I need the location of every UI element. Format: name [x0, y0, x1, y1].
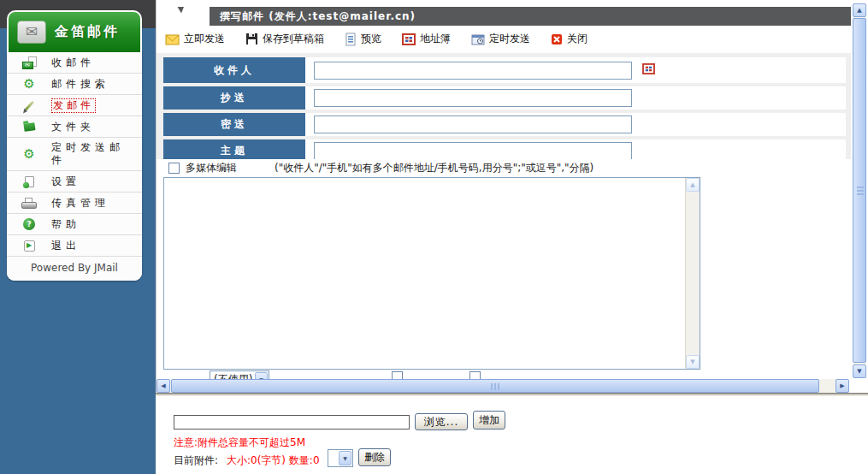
- mail-logo-icon: ✉: [17, 21, 46, 44]
- horizontal-scroll-thumb[interactable]: [171, 379, 819, 393]
- vertical-scroll-thumb[interactable]: [853, 18, 866, 363]
- brand-title: 金笛邮件: [55, 23, 120, 41]
- address-book-button[interactable]: 地址簿: [402, 32, 451, 46]
- browse-button[interactable]: 浏览...: [415, 413, 468, 430]
- sidebar-item-scheduled-mail[interactable]: ⚙ 定时发送邮件: [7, 138, 142, 171]
- cc-label: 抄送: [163, 86, 305, 110]
- signature-row: (不使用) ▼: [156, 370, 851, 379]
- cc-input[interactable]: [314, 89, 632, 107]
- close-button[interactable]: 关闭: [551, 32, 588, 46]
- preview-button[interactable]: 预览: [345, 32, 381, 46]
- send-now-button[interactable]: 立即发送: [165, 32, 225, 46]
- receive-mail-icon: ✉: [7, 56, 51, 69]
- sidebar-item-folders[interactable]: 文件夹: [7, 116, 142, 138]
- message-body-input[interactable]: ▲ ▼: [163, 177, 700, 370]
- preview-icon: [345, 33, 357, 46]
- settings-icon: [7, 176, 51, 187]
- sidebar-item-compose-mail[interactable]: 发邮件: [7, 95, 142, 116]
- chevron-down-icon: ▼: [255, 372, 268, 379]
- vertical-scrollbar[interactable]: ▲ ▼: [853, 3, 866, 378]
- save-draft-icon: [245, 33, 258, 45]
- close-icon: [551, 33, 563, 45]
- attachment-size-warning: 注意:附件总容量不可超过5M: [174, 435, 305, 450]
- sidebar-item-settings[interactable]: 设置: [7, 171, 142, 193]
- add-attachment-button[interactable]: 增加: [473, 411, 505, 430]
- mail-search-icon: ⚙: [7, 78, 51, 91]
- attachment-panel: 浏览... 增加 注意:附件总容量不可超过5M 目前附件: 大小:0(字节) 数…: [156, 393, 868, 474]
- body-scroll-down-icon[interactable]: ▼: [686, 355, 700, 369]
- multimedia-checkbox[interactable]: [168, 163, 180, 174]
- bcc-input[interactable]: [314, 116, 632, 133]
- option-checkbox-1[interactable]: [392, 371, 403, 379]
- sidebar-menu: ✉ 收邮件 ⚙ 邮件搜索 发邮件 文件夹 ⚙ 定时发送邮件: [7, 52, 142, 281]
- attachment-select[interactable]: ▼: [328, 449, 353, 467]
- schedule-send-button[interactable]: 定时发送: [471, 32, 530, 46]
- scroll-left-icon[interactable]: ◀: [156, 379, 170, 393]
- sidebar-item-mail-search[interactable]: ⚙ 邮件搜索: [7, 74, 142, 95]
- help-icon: ?: [7, 218, 51, 230]
- delete-attachment-button[interactable]: 删除: [358, 448, 391, 466]
- scroll-up-icon[interactable]: ▲: [853, 3, 866, 17]
- horizontal-scrollbar[interactable]: ◀ ▶: [156, 379, 849, 393]
- page-title: 撰写邮件 (发件人:test@mailer.cn): [210, 7, 851, 26]
- compose-pencil-icon: [7, 100, 51, 111]
- bcc-label: 密送: [163, 113, 305, 136]
- body-scrollbar[interactable]: ▲ ▼: [685, 178, 700, 369]
- attachment-file-input[interactable]: [174, 415, 410, 430]
- body-scroll-up-icon[interactable]: ▲: [686, 178, 700, 192]
- sidebar: ✉ 金笛邮件 ✉ 收邮件 ⚙ 邮件搜索 发邮件 文件夹: [0, 0, 156, 474]
- compose-toolbar: 立即发送 保存到草稿箱 预览: [165, 28, 608, 50]
- current-attachments-stats: 大小:0(字节) 数量:0: [227, 453, 320, 468]
- webmail-app: ✉ 金笛邮件 ✉ 收邮件 ⚙ 邮件搜索 发邮件 文件夹: [0, 0, 868, 474]
- current-attachments-label: 目前附件:: [174, 453, 218, 468]
- recipients-note: ("收件人"/"手机"如有多个邮件地址/手机号码,用分号";"或逗号","分隔): [275, 161, 593, 175]
- multimedia-row: 多媒体编辑 ("收件人"/"手机"如有多个邮件地址/手机号码,用分号";"或逗号…: [156, 159, 851, 176]
- sidebar-item-help[interactable]: ? 帮助: [7, 214, 142, 235]
- chevron-down-icon: ▼: [339, 451, 351, 465]
- fax-icon: [7, 198, 51, 209]
- scroll-down-icon[interactable]: ▼: [853, 364, 866, 378]
- folder-icon: [7, 123, 51, 131]
- multimedia-label: 多媒体编辑: [186, 161, 237, 175]
- sidebar-item-receive-mail[interactable]: ✉ 收邮件: [7, 52, 142, 74]
- option-checkbox-2[interactable]: [469, 371, 481, 379]
- brand-header: ✉ 金笛邮件: [7, 10, 142, 52]
- compose-frame: 撰写邮件 (发件人:test@mailer.cn) 立即发送 保存到草稿箱: [156, 0, 851, 393]
- scroll-right-icon[interactable]: ▶: [836, 379, 849, 393]
- to-label: 收件人: [163, 57, 305, 83]
- scheduled-mail-icon: ⚙: [7, 148, 51, 161]
- recipient-fields: 收件人 抄送 密送: [156, 53, 851, 159]
- schedule-send-icon: [471, 33, 485, 45]
- sidebar-item-fax-management[interactable]: 传真管理: [7, 193, 142, 214]
- to-input[interactable]: [314, 62, 632, 80]
- to-address-book-icon[interactable]: [642, 63, 655, 77]
- subject-input[interactable]: [314, 142, 632, 160]
- save-draft-button[interactable]: 保存到草稿箱: [245, 32, 324, 46]
- powered-by-label: Powered By JMail: [7, 257, 142, 281]
- address-book-icon: [402, 33, 416, 45]
- logout-icon: ▶: [7, 240, 51, 252]
- signature-select[interactable]: (不使用) ▼: [210, 370, 269, 379]
- send-now-icon: [165, 33, 180, 45]
- sidebar-item-logout[interactable]: ▶ 退出: [7, 235, 142, 257]
